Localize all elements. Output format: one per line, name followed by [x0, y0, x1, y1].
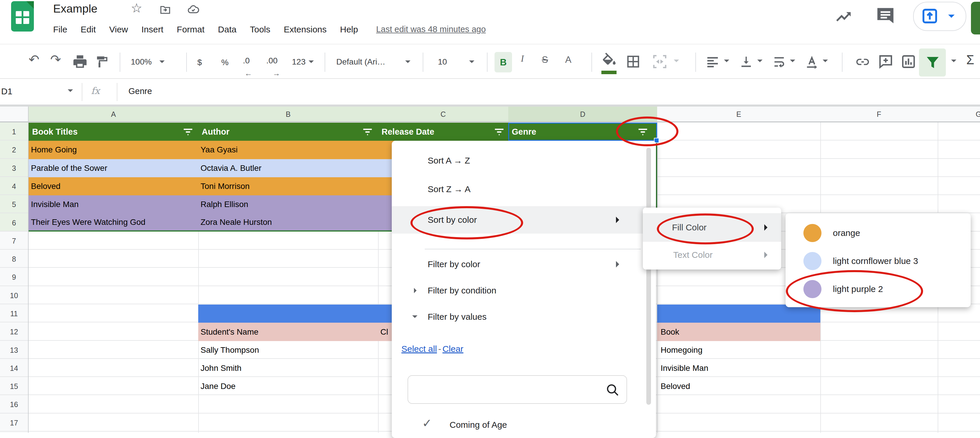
filter-button-c[interactable]	[493, 126, 506, 139]
text-wrap-button[interactable]	[772, 55, 786, 69]
row-header[interactable]: 5	[0, 195, 28, 213]
document-title[interactable]: Example	[53, 2, 97, 15]
row-header[interactable]: 3	[0, 159, 28, 177]
comment-history-icon[interactable]	[875, 6, 896, 26]
menu-help[interactable]: Help	[340, 24, 358, 35]
filter-value-item-coming-of-age[interactable]: ✓ Coming of Age	[392, 415, 656, 435]
row-header[interactable]: 17	[0, 414, 28, 432]
cell-b1[interactable]: Author	[198, 123, 378, 141]
cell-a5[interactable]: Invisible Man	[31, 195, 197, 213]
name-box[interactable]: D1	[1, 86, 12, 96]
decrease-decimal-button[interactable]: .0	[243, 56, 250, 65]
row-header[interactable]: 14	[0, 359, 28, 377]
menu-item-filter-by-color[interactable]: Filter by color	[392, 254, 656, 274]
row-header[interactable]: 10	[0, 287, 28, 304]
font-select[interactable]: Default (Ari…	[336, 57, 410, 67]
cell-b3[interactable]: Octavia A. Butler	[200, 159, 376, 177]
column-header-a[interactable]: A	[29, 107, 198, 122]
menu-item-filter-by-values[interactable]: Filter by values	[392, 307, 656, 327]
filter-search-input[interactable]	[407, 375, 627, 404]
name-box-caret-icon[interactable]	[68, 89, 73, 95]
menu-format[interactable]: Format	[177, 24, 205, 35]
increase-decimal-button[interactable]: .00	[266, 56, 278, 65]
cell-e13[interactable]: Homegoing	[661, 341, 818, 359]
redo-button[interactable]: ↷	[50, 53, 61, 66]
horizontal-align-button[interactable]	[705, 55, 720, 69]
menu-scrollbar[interactable]	[646, 148, 651, 405]
row-header[interactable]: 11	[0, 304, 28, 323]
insert-comment-button[interactable]	[878, 54, 893, 70]
insert-chart-button[interactable]	[901, 54, 916, 70]
insert-link-button[interactable]	[855, 54, 870, 70]
cell-a6[interactable]: Their Eyes Were Watching God	[31, 213, 200, 231]
row-header[interactable]: 9	[0, 268, 28, 286]
column-header-f[interactable]: F	[820, 107, 938, 122]
vertical-align-caret-icon[interactable]	[757, 60, 762, 65]
menu-tools[interactable]: Tools	[250, 24, 270, 35]
select-all-link[interactable]: Select all	[401, 344, 437, 354]
cell-e14[interactable]: Invisible Man	[661, 359, 818, 377]
cell-a2[interactable]: Home Going	[31, 141, 197, 159]
more-formats-button[interactable]: 123	[292, 57, 314, 67]
cell-a1[interactable]: Book Titles	[29, 123, 198, 141]
undo-button[interactable]: ↶	[29, 53, 40, 66]
row-header[interactable]: 8	[0, 250, 28, 268]
menu-file[interactable]: File	[53, 24, 67, 35]
cell-b14[interactable]: John Smith	[200, 359, 376, 377]
zoom-select[interactable]: 100%	[131, 57, 165, 67]
text-color-button[interactable]: A	[565, 54, 571, 65]
menu-insert[interactable]: Insert	[142, 24, 164, 35]
cell-e12[interactable]: Book	[661, 323, 818, 341]
print-button[interactable]	[72, 54, 88, 70]
menu-view[interactable]: View	[109, 24, 128, 35]
font-size-select[interactable]: 10	[438, 57, 474, 67]
row-header[interactable]: 6	[0, 214, 28, 232]
cell-e15[interactable]: Beloved	[661, 377, 818, 395]
cell-a3[interactable]: Parable of the Sower	[31, 159, 197, 177]
row-header[interactable]: 12	[0, 323, 28, 341]
menu-extensions[interactable]: Extensions	[284, 24, 327, 35]
share-dropdown-caret-icon[interactable]	[948, 14, 955, 21]
column-header-g[interactable]: G	[938, 107, 980, 122]
cell-b6[interactable]: Zora Neale Hurston	[200, 213, 376, 231]
text-rotation-button[interactable]	[805, 55, 819, 70]
star-icon[interactable]: ☆	[131, 1, 142, 16]
borders-button[interactable]	[625, 54, 641, 70]
filter-button-b[interactable]	[361, 126, 374, 139]
cell-b15[interactable]: Jane Doe	[200, 377, 376, 395]
cell-b13[interactable]: Sally Thompson	[200, 341, 376, 359]
color-option-light-cornflower-blue-3[interactable]: light cornflower blue 3	[786, 247, 970, 275]
row-header[interactable]: 15	[0, 377, 28, 395]
row-header[interactable]: 4	[0, 177, 28, 195]
filter-button-a[interactable]	[181, 126, 194, 139]
select-all-corner[interactable]	[0, 107, 29, 122]
column-header-b[interactable]: B	[198, 107, 378, 122]
cell-b4[interactable]: Toni Morrison	[200, 177, 376, 195]
column-header-e[interactable]: E	[657, 107, 820, 122]
row-header[interactable]: 16	[0, 395, 28, 414]
profile-avatar[interactable]	[971, 2, 980, 35]
italic-button[interactable]: I	[521, 53, 524, 64]
share-button[interactable]	[913, 2, 966, 31]
cloud-status-icon[interactable]	[186, 3, 201, 16]
vertical-align-button[interactable]	[739, 54, 753, 70]
bold-button[interactable]: B	[495, 52, 512, 72]
filter-views-caret-icon[interactable]	[951, 60, 956, 65]
row-header[interactable]: 7	[0, 232, 28, 250]
row-header[interactable]: 13	[0, 341, 28, 359]
format-currency-button[interactable]: $	[197, 58, 202, 67]
merge-cells-button[interactable]	[652, 54, 668, 70]
formula-input[interactable]: Genre	[129, 86, 152, 96]
fill-color-button[interactable]	[601, 52, 619, 75]
cell-b2[interactable]: Yaa Gyasi	[200, 141, 376, 159]
cell-b5[interactable]: Ralph Ellison	[200, 195, 376, 213]
text-rotation-caret-icon[interactable]	[822, 60, 828, 65]
horizontal-align-caret-icon[interactable]	[724, 60, 729, 65]
clear-link[interactable]: Clear	[442, 344, 464, 354]
cell-c1[interactable]: Release Date	[378, 123, 508, 141]
color-option-orange[interactable]: orange	[786, 219, 970, 247]
insights-icon[interactable]	[834, 8, 854, 24]
paint-format-button[interactable]	[95, 54, 109, 70]
format-percent-button[interactable]: %	[221, 58, 229, 67]
strikethrough-button[interactable]: S	[542, 54, 548, 65]
